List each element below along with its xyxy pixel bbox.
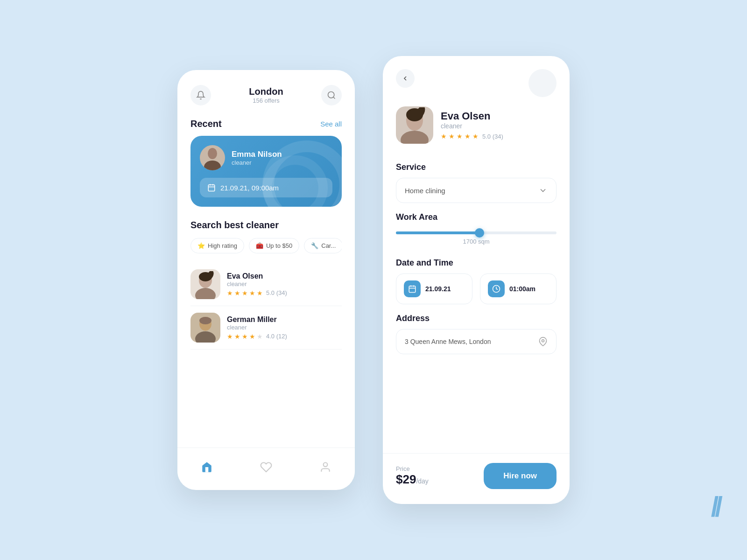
address-value: 3 Queen Anne Mews, London xyxy=(405,338,491,345)
cleaner-german[interactable]: German Miller cleaner ★ ★ ★ ★ ★ 4.0 (12) xyxy=(190,306,342,350)
decorative-slash: // xyxy=(711,490,719,523)
star-g2: ★ xyxy=(234,333,240,340)
recent-datetime: 21.09.21, 09:00am xyxy=(220,184,279,192)
cleaner-eva-info: Eva Olsen cleaner ★ ★ ★ ★ ★ 5.0 (34) xyxy=(227,272,287,297)
hire-now-button[interactable]: Hire now xyxy=(484,463,557,489)
nav-profile[interactable] xyxy=(316,457,335,477)
search-title: Search best cleaner xyxy=(190,220,342,231)
profile-placeholder-circle xyxy=(529,69,557,97)
profile-rating-text: 5.0 (34) xyxy=(482,133,503,140)
chip-high-rating[interactable]: ⭐ High rating xyxy=(190,238,244,253)
star-icon: ⭐ xyxy=(197,242,205,249)
svg-rect-19 xyxy=(409,286,416,293)
cleaner-german-avatar xyxy=(190,313,220,343)
date-value: 21.09.21 xyxy=(425,285,451,293)
address-label: Address xyxy=(396,314,557,323)
right-content: Service Home clining Work Area 1700 sqm xyxy=(383,153,570,446)
price-display: $29/day xyxy=(396,472,429,487)
recent-section-header: Recent See all xyxy=(190,119,342,129)
left-phone: London 156 offers Recent See all xyxy=(177,70,355,490)
left-header: London 156 offers xyxy=(190,85,342,105)
back-button[interactable] xyxy=(396,69,415,88)
slider-container: 1700 sqm xyxy=(396,228,557,249)
german-rating-text: 4.0 (12) xyxy=(266,333,287,340)
chevron-down-icon xyxy=(538,186,548,195)
slider-track[interactable] xyxy=(396,231,557,234)
see-all-button[interactable]: See all xyxy=(320,120,342,128)
cleaner-german-role: cleaner xyxy=(227,324,287,331)
right-header xyxy=(383,56,570,97)
offers-count: 156 offers xyxy=(249,97,283,104)
wrench-icon: 🔧 xyxy=(311,242,318,249)
star-g3: ★ xyxy=(242,333,248,340)
chip-label-car: Car... xyxy=(321,242,336,249)
cleaner-eva-role: cleaner xyxy=(227,280,287,287)
profile-name: Eva Olsen xyxy=(441,110,503,122)
star-3: ★ xyxy=(242,289,248,297)
slider-thumb[interactable] xyxy=(475,228,484,238)
recent-name: Emma Nilson xyxy=(232,150,282,159)
svg-point-1 xyxy=(208,148,217,159)
tools-icon: 🧰 xyxy=(256,242,263,249)
svg-point-16 xyxy=(401,131,429,144)
slider-label: 1700 sqm xyxy=(396,238,557,245)
star-4: ★ xyxy=(249,289,255,297)
svg-point-24 xyxy=(542,340,544,342)
right-phone: Eva Olsen cleaner ★ ★ ★ ★ ★ 5.0 (34) Ser… xyxy=(383,56,570,504)
city-name: London xyxy=(249,86,283,97)
recent-card[interactable]: Emma Nilson cleaner 21.09.21, 09:00am xyxy=(190,136,342,207)
chip-label-price: Up to $50 xyxy=(266,242,292,249)
cleaner-german-info: German Miller cleaner ★ ★ ★ ★ ★ 4.0 (12) xyxy=(227,315,287,340)
profile-info: Eva Olsen cleaner ★ ★ ★ ★ ★ 5.0 (34) xyxy=(441,110,503,140)
star-g4: ★ xyxy=(249,333,255,340)
profile-stars: ★ ★ ★ ★ ★ 5.0 (34) xyxy=(441,133,503,140)
svg-point-8 xyxy=(195,288,216,299)
svg-point-13 xyxy=(199,317,211,324)
cleaner-eva-stars: ★ ★ ★ ★ ★ 5.0 (34) xyxy=(227,289,287,297)
pstar-4: ★ xyxy=(465,133,471,140)
clock-icon xyxy=(488,280,505,297)
star-g1: ★ xyxy=(227,333,233,340)
recent-person: Emma Nilson cleaner xyxy=(200,145,332,170)
profile-avatar xyxy=(396,106,433,144)
time-value: 01:00am xyxy=(509,285,536,293)
svg-rect-3 xyxy=(208,185,215,191)
chip-car[interactable]: 🔧 Car... xyxy=(304,238,342,253)
time-picker[interactable]: 01:00am xyxy=(480,273,557,304)
cleaner-eva[interactable]: Eva Olsen cleaner ★ ★ ★ ★ ★ 5.0 (34) xyxy=(190,263,342,306)
address-field[interactable]: 3 Queen Anne Mews, London xyxy=(396,329,557,354)
cleaner-german-name: German Miller xyxy=(227,315,287,324)
location-icon xyxy=(538,337,548,346)
svg-point-2 xyxy=(204,161,221,170)
star-1: ★ xyxy=(227,289,233,297)
date-picker[interactable]: 21.09.21 xyxy=(396,273,472,304)
pstar-5: ★ xyxy=(472,133,479,140)
datetime-label: Date and Time xyxy=(396,258,557,268)
chip-label-rating: High rating xyxy=(208,242,237,249)
pstar-1: ★ xyxy=(441,133,447,140)
chip-price[interactable]: 🧰 Up to $50 xyxy=(249,238,299,253)
nav-favorites[interactable] xyxy=(256,457,276,477)
hire-bar: Price $29/day Hire now xyxy=(383,453,570,504)
notification-button[interactable] xyxy=(190,85,211,105)
pstar-2: ★ xyxy=(449,133,455,140)
cleaner-eva-avatar xyxy=(190,269,220,299)
cleaner-german-stars: ★ ★ ★ ★ ★ 4.0 (12) xyxy=(227,333,287,340)
recent-avatar xyxy=(200,145,225,170)
work-area-label: Work Area xyxy=(396,212,557,222)
star-2: ★ xyxy=(234,289,240,297)
price-section: Price $29/day xyxy=(396,465,429,487)
search-button[interactable] xyxy=(321,85,342,105)
recent-role: cleaner xyxy=(232,159,282,166)
star-5: ★ xyxy=(257,289,263,297)
bottom-nav xyxy=(177,448,355,490)
price-value: $29 xyxy=(396,472,416,486)
cleaner-eva-name: Eva Olsen xyxy=(227,272,287,280)
profile-section: Eva Olsen cleaner ★ ★ ★ ★ ★ 5.0 (34) xyxy=(383,106,570,153)
svg-point-0 xyxy=(328,92,334,98)
recent-time: 21.09.21, 09:00am xyxy=(200,178,332,197)
calendar-icon xyxy=(404,280,421,297)
service-dropdown[interactable]: Home clining xyxy=(396,178,557,203)
datetime-row: 21.09.21 01:00am xyxy=(396,273,557,304)
nav-home[interactable] xyxy=(197,457,217,477)
